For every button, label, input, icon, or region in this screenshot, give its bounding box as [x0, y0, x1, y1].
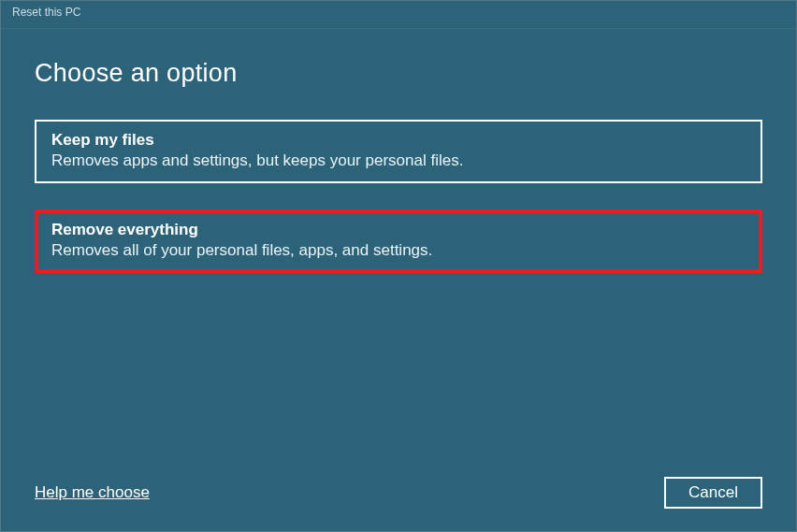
- window-title: Reset this PC: [12, 6, 80, 19]
- option-title: Remove everything: [51, 221, 746, 239]
- content-area: Choose an option Keep my files Removes a…: [1, 29, 796, 531]
- reset-pc-window: Reset this PC Choose an option Keep my f…: [0, 0, 797, 532]
- option-remove-everything[interactable]: Remove everything Removes all of your pe…: [35, 209, 762, 273]
- window-titlebar: Reset this PC: [1, 1, 796, 29]
- page-heading: Choose an option: [35, 59, 762, 88]
- option-description: Removes all of your personal files, apps…: [51, 241, 746, 260]
- option-keep-my-files[interactable]: Keep my files Removes apps and settings,…: [35, 120, 762, 183]
- option-title: Keep my files: [51, 131, 746, 150]
- option-description: Removes apps and settings, but keeps you…: [51, 151, 746, 170]
- footer: Help me choose Cancel: [35, 477, 762, 509]
- help-me-choose-link[interactable]: Help me choose: [35, 483, 150, 502]
- cancel-button[interactable]: Cancel: [664, 477, 762, 509]
